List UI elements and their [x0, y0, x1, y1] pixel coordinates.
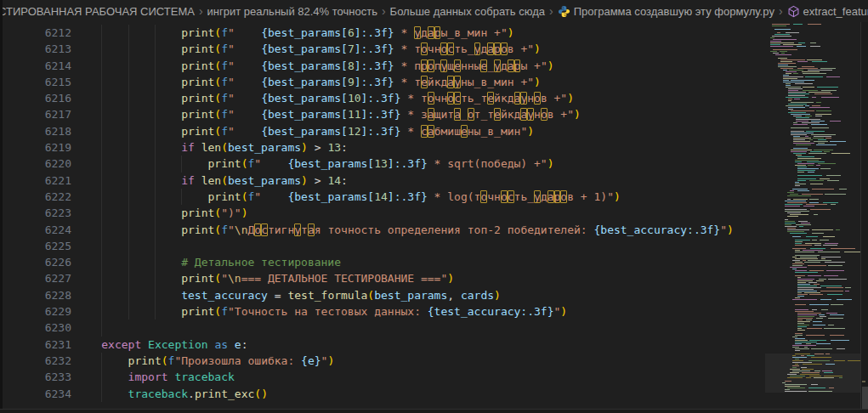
code-line[interactable]: 6221if len(best_params) > 14: [0, 173, 765, 189]
minimap-line [765, 236, 860, 237]
breadcrumb-item-label: extract_features [803, 5, 868, 18]
code-line[interactable]: 6230 [0, 320, 765, 336]
minimap-line [765, 316, 860, 317]
minimap-viewport[interactable] [765, 354, 860, 393]
code-line[interactable]: 6219if len(best_params) > 13: [0, 139, 765, 156]
line-number: 6229 [0, 303, 75, 320]
minimap-line [765, 255, 860, 256]
breadcrumb-item-folder-1[interactable]: ингрит реальный 82.4% точность [207, 5, 377, 18]
code-editor[interactable]: 6212print(f" {best_params[6]:.3f} * удар… [0, 22, 765, 413]
minimap-line [765, 314, 860, 315]
code-line[interactable]: 6213print(f" {best_params[7]:.3f} * точн… [0, 41, 765, 57]
code-line[interactable]: 6215print(f" {best_params[9]:.3f} * тейк… [0, 74, 765, 90]
minimap-line [765, 112, 860, 113]
minimap-line [765, 119, 860, 120]
minimap-line [765, 160, 860, 161]
indent-guide [128, 303, 155, 320]
minimap-line [765, 49, 860, 50]
indent [75, 320, 101, 336]
code-line[interactable]: 6217print(f" {best_params[11]:.3f} * защ… [0, 106, 765, 122]
code-line-content: print(f" {best_params[10]:.3f} * точност… [75, 90, 765, 106]
line-number: 6217 [0, 106, 75, 122]
code-line[interactable]: 6228test_accuracy = test_formula(best_pa… [0, 287, 765, 303]
minimap-line [765, 233, 860, 234]
indent-guide [155, 238, 181, 254]
code-line[interactable]: 6232print(f"Произошла ошибка: {e}") [0, 353, 765, 369]
indent-guide [101, 123, 128, 139]
code-line[interactable]: 6229print(f"Точность на тестовых данных:… [0, 303, 765, 320]
minimap-line [765, 345, 860, 346]
indent-guide [155, 106, 181, 122]
minimap-line [765, 260, 860, 261]
vertical-scrollbar[interactable] [860, 22, 868, 413]
minimap-line [765, 124, 860, 125]
minimap-line [765, 78, 860, 79]
minimap-line [765, 100, 860, 101]
indent [75, 90, 101, 106]
code-line[interactable]: 6218print(f" {best_params[12]:.3f} * саб… [0, 123, 765, 139]
minimap-line [765, 287, 860, 288]
code-line[interactable]: 6224print(f"\nДостигнутая точность опред… [0, 222, 765, 238]
indent-guide [101, 173, 128, 189]
minimap-line [765, 195, 860, 196]
unicode-highlighted-text: точность_ударов [474, 190, 574, 203]
breadcrumb-item-file[interactable]: Программа создавшую эту формулу.py [558, 5, 774, 18]
code-line-content: print(f" {best_params[12]:.3f} * сабмише… [75, 123, 765, 139]
indent-guide [128, 156, 155, 172]
code-line[interactable]: 6212print(f" {best_params[6]:.3f} * удар… [0, 25, 765, 41]
minimap-line [765, 347, 860, 348]
minimap-line [765, 226, 860, 227]
breadcrumb-item-symbol[interactable]: extract_features [787, 5, 868, 18]
line-number: 6222 [0, 189, 75, 205]
minimap-line [765, 32, 860, 33]
minimap-line [765, 110, 860, 111]
code-line[interactable]: 6233import traceback [0, 369, 765, 385]
minimap-line [765, 189, 860, 190]
minimap-line [765, 68, 860, 69]
minimap-line [765, 326, 860, 327]
minimap-line [765, 280, 860, 281]
code-line[interactable]: 6231except Exception as e: [0, 337, 765, 353]
code-line[interactable]: 6227print("\n=== ДЕТАЛЬНОЕ ТЕСТИРОВАНИЕ … [0, 270, 765, 286]
minimap-line [765, 141, 860, 142]
minimap-line [765, 219, 860, 220]
code-line[interactable]: 6226# Детальное тестирование [0, 254, 765, 270]
indent-guide [128, 270, 155, 286]
minimap-line [765, 340, 860, 341]
code-line[interactable]: 6214print(f" {best_params[8]:.3f} * проп… [0, 58, 765, 74]
minimap-line [765, 284, 860, 285]
breadcrumb-item-label: СТИРОВАННАЯ РАБОЧАЯ СИСТЕМА [0, 5, 195, 18]
line-number: 6215 [0, 74, 75, 90]
indent [75, 337, 101, 353]
indent-guide [101, 270, 128, 286]
minimap[interactable] [765, 22, 860, 413]
code-line[interactable]: 6222print(f" {best_params[14]:.3f} * log… [0, 189, 765, 205]
breadcrumb-item-workspace[interactable]: СТИРОВАННАЯ РАБОЧАЯ СИСТЕМА [0, 5, 195, 18]
indent-guide [101, 205, 128, 221]
code-line[interactable]: 6216print(f" {best_params[10]:.3f} * точ… [0, 90, 765, 106]
unicode-highlighted-text: точность_ударов [414, 42, 513, 55]
code-line[interactable]: 6220print(f" {best_params[13]:.3f} * sqr… [0, 156, 765, 172]
minimap-line [765, 350, 860, 351]
code-line[interactable]: 6223print(")") [0, 205, 765, 221]
minimap-line [765, 209, 860, 210]
indent-guide [128, 205, 155, 221]
minimap-line [765, 175, 860, 176]
indent-guide [155, 173, 181, 189]
indent-guide [101, 139, 128, 156]
code-line[interactable]: 6225 [0, 238, 765, 254]
indent-guide [128, 123, 155, 139]
minimap-line [765, 93, 860, 94]
minimap-line [765, 184, 860, 184]
indent-guide [101, 156, 128, 172]
code-line-content: if len(best_params) > 13: [75, 139, 765, 156]
code-line[interactable]: 6234traceback.print_exc() [0, 386, 765, 402]
breadcrumb-item-folder-2[interactable]: Больше данных собрать сюда [390, 5, 545, 18]
minimap-line [765, 95, 860, 96]
minimap-line [765, 122, 860, 123]
minimap-line [765, 127, 860, 128]
code-line-content: if len(best_params) > 14: [75, 173, 765, 189]
minimap-line [765, 185, 860, 186]
code-line-content: print(f" {best_params[9]:.3f} * тейкдаун… [75, 74, 765, 90]
indent-guide [128, 287, 155, 303]
